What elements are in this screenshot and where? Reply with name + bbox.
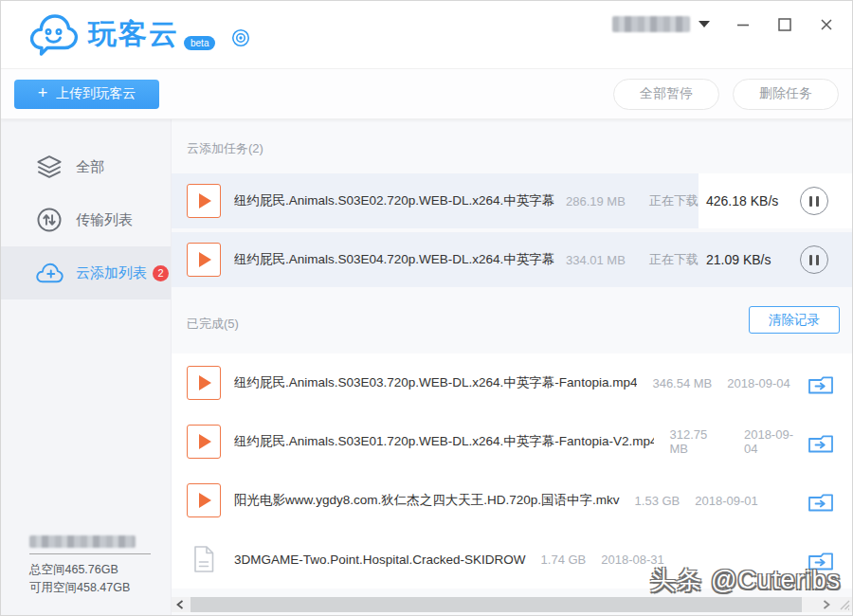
speed-zone: 426.18 KB/s <box>699 173 852 228</box>
horizontal-scrollbar[interactable] <box>172 597 852 612</box>
app-name: 玩客云 <box>88 15 179 54</box>
body: 全部 传输列表 云添加 <box>1 119 852 616</box>
chevron-left-icon <box>176 600 184 609</box>
pause-icon <box>809 255 812 265</box>
minimize-icon <box>735 17 751 32</box>
close-button[interactable] <box>818 16 835 33</box>
toolbar: + 上传到玩客云 全部暂停 删除任务 <box>1 69 852 119</box>
delete-tasks-button[interactable]: 删除任务 <box>733 79 839 110</box>
play-triangle <box>199 193 211 208</box>
app-logo: 玩客云 beta <box>27 12 251 58</box>
play-icon <box>187 366 221 400</box>
scroll-left-button[interactable] <box>172 597 189 612</box>
caret-down-icon[interactable] <box>699 21 710 27</box>
file-date: 2018-09-01 <box>695 494 758 508</box>
completed-row[interactable]: 阳光电影www.ygdy8.com.狄仁杰之四大天王.HD.720p.国语中字.… <box>172 471 852 530</box>
completed-list: 纽约屁民.Animals.S03E03.720p.WEB-DL.x264.中英字… <box>172 353 852 589</box>
close-icon <box>819 17 834 32</box>
folder-open-arrow-icon <box>807 370 835 396</box>
file-name: 纽约屁民.Animals.S03E04.720p.WEB-DL.x264.中英字… <box>234 251 554 268</box>
cloud-smiley-logo-icon <box>27 12 79 58</box>
maximize-icon <box>777 17 792 32</box>
cloud-plus-icon <box>35 259 64 287</box>
folder-open-arrow-icon <box>807 487 835 514</box>
play-triangle <box>199 434 211 449</box>
watermark: 头条 @Cuteribs <box>650 563 841 597</box>
open-folder-button[interactable] <box>807 487 835 514</box>
completed-row[interactable]: 纽约屁民.Animals.S03E03.720p.WEB-DL.x264.中英字… <box>172 353 852 412</box>
completed-header-row: 已完成(5) 清除记录 <box>172 310 852 338</box>
document-file-icon <box>187 542 221 576</box>
storage-info: 总空间465.76GB 可用空间458.47GB <box>29 535 151 597</box>
layers-icon <box>35 153 64 181</box>
available-space: 可用空间458.47GB <box>29 579 151 597</box>
plus-icon: + <box>38 83 48 103</box>
pause-button[interactable] <box>800 187 828 215</box>
cloud-tasks-header: 云添加任务(2) <box>187 140 852 157</box>
open-folder-button[interactable] <box>807 428 835 455</box>
total-space: 总空间465.76GB <box>29 561 151 579</box>
pause-all-button[interactable]: 全部暂停 <box>613 79 719 110</box>
file-size: 286.19 MB <box>566 194 642 208</box>
file-size: 346.54 MB <box>652 376 712 390</box>
pause-button[interactable] <box>800 245 828 274</box>
scrollbar-thumb[interactable] <box>191 597 802 612</box>
file-size: 1.74 GB <box>541 553 587 567</box>
file-name: 阳光电影www.ygdy8.com.狄仁杰之四大天王.HD.720p.国语中字.… <box>234 492 620 509</box>
file-name: 纽约屁民.Animals.S03E01.720p.WEB-DL.x264.中英字… <box>234 433 654 450</box>
pause-icon <box>809 196 812 207</box>
play-triangle <box>199 375 211 390</box>
main-panel: 云添加任务(2) 纽约屁民.Animals.S03E02.720p.WEB-DL… <box>172 119 852 616</box>
device-name-redacted <box>29 535 136 548</box>
window-controls <box>612 16 835 33</box>
resize-grip-icon[interactable] <box>839 599 850 610</box>
file-name: 纽约屁民.Animals.S03E03.720p.WEB-DL.x264.中英字… <box>234 374 637 391</box>
pause-icon <box>816 255 819 265</box>
play-icon <box>187 483 221 517</box>
account-name-redacted[interactable] <box>612 16 690 32</box>
play-triangle <box>199 252 211 267</box>
scroll-right-button[interactable] <box>818 597 835 612</box>
file-size: 312.75 MB <box>669 427 728 456</box>
status-text: 正在下载 <box>649 251 699 268</box>
sidebar-item-cloud-add-list[interactable]: 云添加列表 2 <box>1 246 171 299</box>
maximize-button[interactable] <box>776 16 793 33</box>
clear-records-button[interactable]: 清除记录 <box>749 306 840 334</box>
chevron-right-icon <box>823 600 830 609</box>
downloading-list: 纽约屁民.Animals.S03E02.720p.WEB-DL.x264.中英字… <box>172 173 852 287</box>
sidebar-item-all[interactable]: 全部 <box>1 140 171 193</box>
download-speed: 21.09 KB/s <box>706 252 796 267</box>
sidebar: 全部 传输列表 云添加 <box>1 119 172 616</box>
titlebar: 玩客云 beta <box>1 1 852 69</box>
speed-zone: 21.09 KB/s <box>699 232 852 287</box>
transfer-arrows-icon <box>35 206 64 234</box>
minimize-button[interactable] <box>735 16 752 33</box>
status-text: 正在下载 <box>649 192 699 209</box>
app-window: 玩客云 beta + 上传到玩客云 <box>0 0 853 616</box>
pause-icon <box>816 196 819 207</box>
sidebar-item-transfer-list[interactable]: 传输列表 <box>1 193 171 246</box>
completed-row[interactable]: 纽约屁民.Animals.S03E01.720p.WEB-DL.x264.中英字… <box>172 412 852 471</box>
sidebar-item-label: 全部 <box>76 158 104 176</box>
download-row[interactable]: 纽约屁民.Animals.S03E04.720p.WEB-DL.x264.中英字… <box>172 232 852 287</box>
file-name: 3DMGAME-Two.Point.Hospital.Cracked-SKIDR… <box>234 553 526 567</box>
completed-header: 已完成(5) <box>187 316 239 333</box>
file-date: 2018-09-04 <box>727 376 790 390</box>
device-name <box>29 535 151 554</box>
beta-badge: beta <box>184 36 215 50</box>
open-folder-button[interactable] <box>807 370 835 396</box>
upload-button-label: 上传到玩客云 <box>56 85 136 102</box>
sidebar-item-label: 云添加列表 <box>76 264 147 282</box>
beacon-icon[interactable] <box>230 27 251 48</box>
folder-open-arrow-icon <box>807 428 835 455</box>
play-triangle <box>199 493 211 508</box>
download-speed: 426.18 KB/s <box>706 193 796 208</box>
sidebar-item-label: 传输列表 <box>76 211 133 229</box>
file-date: 2018-09-04 <box>744 427 807 456</box>
upload-button[interactable]: + 上传到玩客云 <box>14 80 159 109</box>
play-icon <box>187 184 221 218</box>
file-size: 334.01 MB <box>566 253 642 267</box>
download-row[interactable]: 纽约屁民.Animals.S03E02.720p.WEB-DL.x264.中英字… <box>172 173 852 228</box>
play-icon <box>187 243 221 277</box>
file-size: 1.53 GB <box>635 494 681 508</box>
